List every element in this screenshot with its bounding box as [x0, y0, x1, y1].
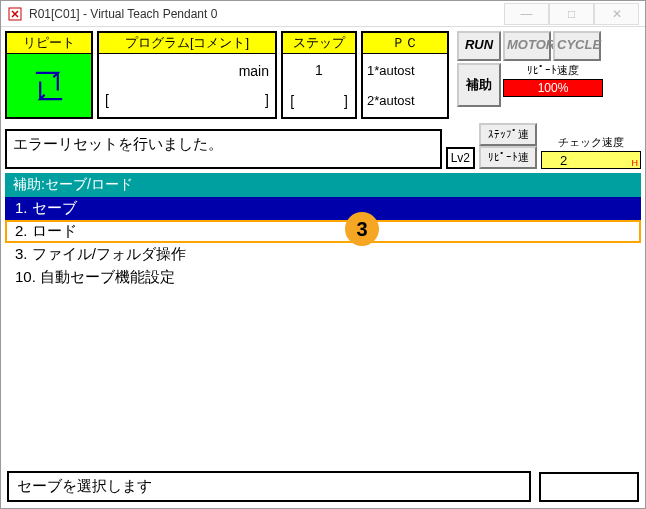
program-name: main	[239, 63, 269, 79]
repeat-mode-box[interactable]: リピート	[5, 31, 93, 119]
input-field[interactable]	[539, 472, 639, 502]
pc-line-1: 1*autost	[367, 63, 443, 78]
repeat-speed-value[interactable]: 100%	[503, 79, 603, 97]
menu-list: 1. セーブ 2. ロード 3. ファイル/フォルダ操作 10. 自動セーブ機能…	[5, 197, 641, 459]
repeat-header: リピート	[7, 33, 91, 54]
message-box: エラーリセットを行いました。	[5, 129, 442, 169]
message-text: エラーリセットを行いました。	[13, 135, 223, 152]
pc-box[interactable]: ＰＣ 1*autost 2*autost	[361, 31, 449, 119]
check-speed-label: チェック速度	[541, 135, 641, 150]
menu-item-autosave[interactable]: 10. 自動セーブ機能設定	[5, 266, 641, 289]
repeat-speed-label: ﾘﾋﾟｰﾄ速度	[503, 63, 603, 78]
message-row: エラーリセットを行いました。 Lv2 ｽﾃｯﾌﾟ連 ﾘﾋﾟｰﾄ連 チェック速度 …	[1, 121, 645, 171]
check-speed-col: チェック速度 2	[541, 135, 641, 169]
step-body: 1 [ ]	[283, 54, 355, 117]
annotation-callout: 3	[345, 212, 379, 246]
step-continuous-button[interactable]: ｽﾃｯﾌﾟ連	[479, 123, 537, 146]
window-controls: — □ ✕	[504, 3, 639, 25]
top-panel: リピート プログラム[コメント] main [ ] ステップ 1	[1, 27, 645, 121]
pc-body: 1*autost 2*autost	[363, 54, 447, 117]
sub-screen-header: 補助:セーブ/ロード	[5, 173, 641, 197]
check-speed-bar[interactable]: 2	[541, 151, 641, 169]
cycle-arrows-icon	[27, 64, 71, 108]
minimize-button: —	[504, 3, 549, 25]
prompt-text: セーブを選択します	[7, 471, 531, 502]
maximize-button: □	[549, 3, 594, 25]
step-header: ステップ	[283, 33, 355, 54]
program-header: プログラム[コメント]	[99, 33, 275, 54]
level-indicator[interactable]: Lv2	[446, 147, 475, 169]
step-bracket-l: [	[290, 93, 294, 109]
titlebar: R01[C01] - Virtual Teach Pendant 0 — □ ✕	[1, 1, 645, 27]
step-box[interactable]: ステップ 1 [ ]	[281, 31, 357, 119]
step-link-col: ｽﾃｯﾌﾟ連 ﾘﾋﾟｰﾄ連	[479, 123, 537, 169]
step-bracket-r: ]	[344, 93, 348, 109]
right-buttons: RUN MOTOR CYCLE 補助 ﾘﾋﾟｰﾄ速度 100%	[457, 31, 603, 107]
repeat-continuous-button[interactable]: ﾘﾋﾟｰﾄ連	[479, 146, 537, 169]
program-bracket-r: ]	[265, 92, 269, 108]
repeat-icon-area	[7, 54, 91, 117]
aux-button[interactable]: 補助	[457, 63, 501, 107]
menu-item-load[interactable]: 2. ロード	[5, 220, 641, 243]
step-value: 1	[315, 62, 323, 78]
menu-item-file-folder[interactable]: 3. ファイル/フォルダ操作	[5, 243, 641, 266]
cycle-button[interactable]: CYCLE	[553, 31, 601, 61]
window-title: R01[C01] - Virtual Teach Pendant 0	[29, 7, 504, 21]
pc-header: ＰＣ	[363, 33, 447, 54]
bottom-bar: セーブを選択します	[7, 471, 639, 502]
close-button: ✕	[594, 3, 639, 25]
run-button[interactable]: RUN	[457, 31, 501, 61]
app-window: R01[C01] - Virtual Teach Pendant 0 — □ ✕…	[0, 0, 646, 509]
program-box[interactable]: プログラム[コメント] main [ ]	[97, 31, 277, 119]
app-icon	[7, 6, 23, 22]
motor-button[interactable]: MOTOR	[503, 31, 551, 61]
pc-line-2: 2*autost	[367, 93, 443, 108]
menu-item-save[interactable]: 1. セーブ	[5, 197, 641, 220]
repeat-speed: ﾘﾋﾟｰﾄ速度 100%	[503, 63, 603, 107]
program-bracket-l: [	[105, 92, 109, 108]
program-body: main [ ]	[99, 54, 275, 117]
